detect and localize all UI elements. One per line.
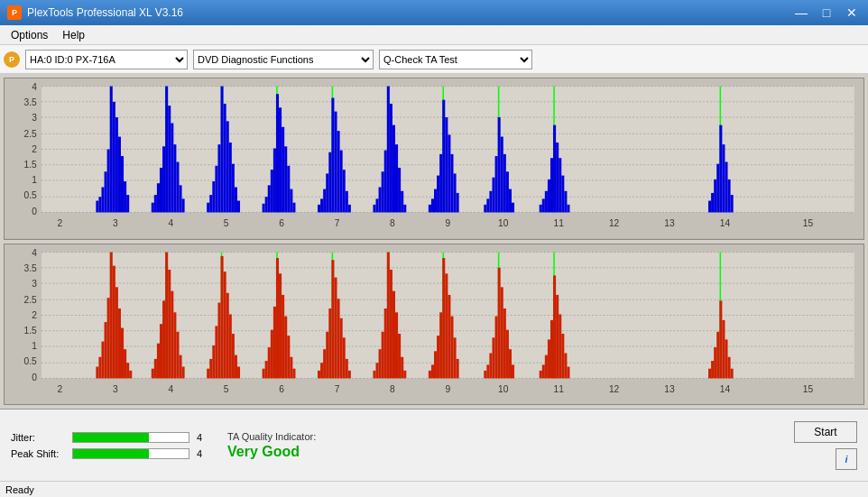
svg-rect-190: [126, 363, 129, 378]
svg-text:3: 3: [113, 382, 118, 393]
svg-rect-95: [398, 168, 401, 212]
svg-rect-82: [343, 170, 346, 212]
start-button[interactable]: Start: [794, 421, 857, 443]
svg-rect-185: [113, 265, 115, 378]
minimize-button[interactable]: —: [792, 6, 810, 19]
svg-rect-84: [348, 205, 351, 213]
svg-rect-67: [282, 127, 284, 213]
svg-rect-232: [318, 370, 320, 378]
svg-rect-217: [237, 366, 240, 378]
svg-rect-94: [395, 144, 398, 212]
svg-rect-268: [457, 358, 459, 378]
svg-text:1.5: 1.5: [24, 324, 37, 335]
info-button[interactable]: i: [836, 448, 857, 470]
svg-rect-116: [498, 117, 501, 212]
svg-text:10: 10: [498, 382, 509, 393]
svg-rect-52: [221, 87, 224, 213]
svg-text:10: 10: [498, 216, 509, 227]
svg-rect-215: [232, 333, 235, 377]
svg-text:11: 11: [553, 216, 564, 227]
svg-rect-89: [382, 171, 384, 212]
menu-options[interactable]: Options: [4, 27, 55, 43]
svg-rect-37: [160, 168, 162, 212]
svg-rect-193: [152, 368, 154, 378]
svg-rect-21: [96, 201, 98, 213]
peak-shift-label: Peak Shift:: [11, 448, 65, 459]
svg-rect-270: [484, 370, 486, 378]
maximize-button[interactable]: □: [817, 6, 836, 19]
svg-rect-180: [98, 356, 101, 378]
svg-text:3: 3: [32, 278, 37, 289]
svg-rect-90: [384, 151, 387, 213]
menu-bar: Options Help: [0, 25, 868, 45]
svg-rect-209: [215, 326, 217, 378]
svg-text:4: 4: [168, 216, 173, 227]
peak-shift-bar: [72, 448, 189, 459]
svg-rect-53: [224, 104, 226, 212]
status-bar: Ready: [0, 481, 868, 497]
svg-text:12: 12: [609, 382, 620, 393]
close-button[interactable]: ✕: [843, 6, 861, 19]
svg-rect-79: [334, 112, 337, 213]
svg-rect-71: [292, 203, 295, 213]
svg-text:3.5: 3.5: [24, 262, 37, 272]
svg-rect-123: [540, 205, 542, 213]
svg-rect-131: [561, 176, 564, 213]
svg-rect-117: [501, 137, 503, 213]
function-select[interactable]: DVD Diagnostic Functions: [193, 50, 374, 69]
svg-rect-119: [506, 171, 509, 212]
svg-rect-196: [160, 324, 162, 378]
svg-text:5: 5: [224, 216, 229, 227]
svg-text:7: 7: [335, 216, 340, 227]
svg-rect-276: [501, 287, 503, 378]
svg-rect-246: [376, 363, 379, 378]
test-select[interactable]: Q-Check TA Test: [379, 50, 532, 69]
svg-text:8: 8: [390, 382, 395, 393]
svg-text:15: 15: [803, 216, 814, 227]
svg-rect-88: [379, 187, 382, 212]
title-bar-left: P PlexTools Professional XL V3.16: [7, 5, 183, 20]
svg-rect-248: [382, 331, 384, 378]
svg-rect-275: [498, 267, 501, 378]
toolbar: P HA:0 ID:0 PX-716A DVD Diagnostic Funct…: [0, 45, 868, 74]
svg-rect-55: [229, 143, 232, 212]
svg-rect-124: [542, 198, 545, 212]
svg-rect-115: [495, 156, 498, 212]
svg-rect-294: [708, 368, 711, 378]
svg-rect-194: [154, 358, 157, 378]
svg-rect-48: [209, 195, 212, 212]
svg-rect-216: [235, 354, 237, 378]
menu-help[interactable]: Help: [55, 27, 92, 43]
svg-rect-295: [711, 361, 714, 378]
svg-rect-77: [328, 152, 331, 213]
svg-rect-41: [171, 123, 173, 212]
svg-rect-292: [567, 366, 569, 378]
svg-text:14: 14: [720, 216, 731, 227]
svg-rect-255: [401, 356, 403, 378]
svg-text:2: 2: [58, 216, 63, 227]
svg-rect-64: [273, 148, 276, 212]
svg-rect-112: [486, 198, 489, 212]
svg-text:0: 0: [32, 371, 37, 382]
svg-rect-86: [373, 205, 375, 213]
svg-rect-113: [489, 191, 492, 213]
svg-rect-187: [118, 308, 121, 378]
svg-rect-83: [346, 191, 348, 213]
svg-rect-69: [287, 166, 290, 213]
svg-rect-260: [434, 351, 437, 378]
svg-rect-208: [212, 345, 215, 378]
svg-rect-273: [492, 337, 494, 378]
svg-rect-92: [390, 104, 392, 212]
device-select[interactable]: HA:0 ID:0 PX-716A: [25, 50, 188, 69]
svg-text:2: 2: [32, 143, 37, 154]
ta-value: Very Good: [227, 444, 316, 460]
svg-rect-264: [445, 273, 448, 378]
svg-rect-299: [722, 319, 725, 378]
svg-rect-126: [548, 179, 550, 213]
svg-rect-249: [384, 308, 387, 378]
bottom-chart: 4 3.5 3 2.5 2 1.5 1 0.5 0: [4, 244, 864, 406]
svg-rect-54: [226, 121, 229, 212]
svg-rect-42: [173, 144, 176, 212]
svg-rect-235: [326, 331, 328, 378]
svg-rect-135: [708, 201, 711, 213]
